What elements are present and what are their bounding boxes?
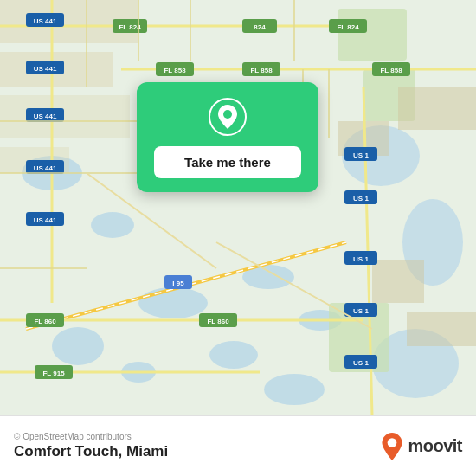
moovit-brand-text: moovit	[408, 436, 462, 456]
svg-text:US 441: US 441	[34, 17, 57, 25]
location-name: Comfort Touch, Miami	[14, 443, 168, 460]
svg-text:US 441: US 441	[34, 65, 57, 73]
svg-text:FL 858: FL 858	[380, 67, 402, 74]
svg-text:FL 915: FL 915	[42, 370, 65, 377]
take-me-there-button[interactable]: Take me there	[154, 146, 301, 178]
bottom-bar: © OpenStreetMap contributors Comfort Tou…	[0, 415, 476, 476]
svg-text:US 1: US 1	[353, 307, 369, 315]
svg-rect-21	[398, 87, 476, 130]
svg-point-3	[138, 287, 208, 318]
svg-point-85	[388, 438, 397, 447]
moovit-logo: moovit	[380, 433, 462, 460]
svg-text:US 441: US 441	[34, 113, 57, 120]
svg-point-11	[209, 341, 258, 369]
map-container: I 95 FL 824 824 FL 824 FL 858 FL 858 FL …	[0, 0, 476, 415]
svg-rect-23	[407, 312, 476, 346]
svg-rect-13	[338, 9, 407, 61]
svg-point-2	[91, 212, 134, 238]
location-pin-icon	[209, 98, 247, 136]
svg-point-84	[223, 110, 232, 119]
svg-text:US 441: US 441	[34, 216, 57, 224]
svg-text:US 441: US 441	[34, 164, 57, 172]
popup-card: Take me there	[137, 82, 318, 192]
map-background: I 95 FL 824 824 FL 824 FL 858 FL 858 FL …	[0, 0, 476, 415]
svg-text:FL 858: FL 858	[250, 67, 273, 74]
bottom-left: © OpenStreetMap contributors Comfort Tou…	[14, 432, 168, 460]
svg-text:US 1: US 1	[353, 195, 369, 203]
svg-text:824: 824	[254, 23, 266, 31]
svg-text:FL 824: FL 824	[337, 23, 359, 31]
moovit-pin-icon	[380, 433, 404, 460]
svg-text:I 95: I 95	[172, 280, 184, 287]
svg-text:US 1: US 1	[353, 255, 369, 263]
svg-point-12	[264, 374, 325, 405]
svg-rect-22	[372, 260, 424, 303]
svg-text:US 1: US 1	[353, 359, 369, 367]
svg-point-9	[52, 327, 104, 365]
svg-rect-18	[0, 95, 130, 138]
svg-text:FL 860: FL 860	[207, 318, 229, 325]
map-attribution: © OpenStreetMap contributors	[14, 432, 168, 441]
svg-text:FL 858: FL 858	[164, 67, 186, 74]
svg-text:FL 860: FL 860	[34, 318, 56, 325]
svg-text:US 1: US 1	[353, 151, 369, 159]
